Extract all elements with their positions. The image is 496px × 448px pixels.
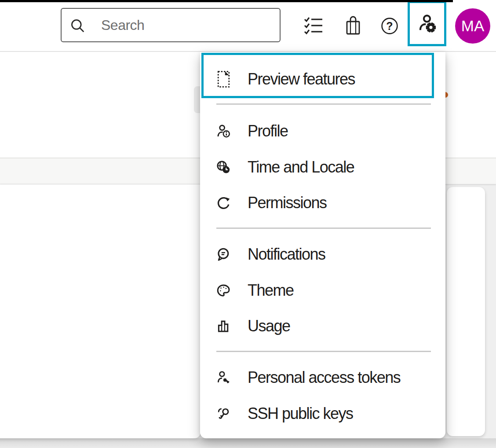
content-card-left	[0, 184, 201, 438]
avatar[interactable]: MA	[455, 8, 490, 44]
menu-item-permissions[interactable]: Permissions	[200, 192, 445, 213]
task-list-icon[interactable]	[303, 16, 324, 35]
refresh-arrow-icon	[215, 193, 231, 213]
content-card-right	[447, 187, 485, 436]
double-key-icon	[215, 404, 231, 423]
top-header: ? MA	[0, 0, 496, 52]
menu-item-label: Usage	[248, 317, 290, 335]
menu-item-label: Personal access tokens	[248, 368, 400, 387]
bar-chart-icon	[215, 316, 231, 336]
menu-item-label: Profile	[248, 122, 288, 140]
profile-person-info-icon	[215, 121, 231, 141]
menu-item-usage[interactable]: Usage	[200, 316, 445, 337]
page: ? MA	[0, 0, 496, 448]
menu-item-label: Notifications	[248, 245, 325, 264]
menu-item-notifications[interactable]: Notifications	[200, 244, 445, 265]
menu-divider	[216, 228, 431, 229]
menu-item-theme[interactable]: Theme	[200, 280, 445, 301]
menu-item-time-and-locale[interactable]: Time and Locale	[200, 157, 445, 178]
user-settings-menu: Preview features Profile	[200, 52, 445, 438]
page-bottom-strip	[0, 438, 496, 448]
menu-item-label: Permissions	[248, 194, 327, 212]
menu-item-profile[interactable]: Profile	[200, 121, 445, 142]
menu-item-label: Theme	[248, 281, 294, 300]
menu-item-ssh-public-keys[interactable]: SSH public keys	[200, 403, 445, 424]
palette-icon	[215, 281, 231, 300]
hidden-button-peek	[194, 86, 201, 113]
help-question-glyph: ?	[381, 17, 398, 35]
marketplace-bag-icon[interactable]	[346, 15, 361, 36]
menu-item-preview-features[interactable]: Preview features	[200, 69, 445, 90]
avatar-initials: MA	[461, 17, 485, 35]
search-input[interactable]	[62, 9, 280, 41]
menu-item-label: SSH public keys	[248, 404, 353, 423]
person-key-icon	[215, 368, 231, 387]
search-box[interactable]	[61, 8, 281, 42]
top-black-strip	[0, 0, 453, 2]
speech-bubble-icon	[215, 245, 231, 264]
user-settings-gear-icon	[416, 13, 438, 34]
help-icon[interactable]: ?	[381, 17, 398, 35]
globe-clock-icon	[215, 158, 231, 177]
orange-indicator-peek	[445, 92, 448, 98]
menu-item-personal-access-tokens[interactable]: Personal access tokens	[200, 367, 445, 388]
menu-item-label: Time and Locale	[248, 158, 354, 176]
user-settings-button[interactable]	[408, 1, 446, 46]
menu-item-label: Preview features	[248, 70, 355, 88]
preview-document-icon	[215, 70, 231, 89]
menu-divider	[216, 103, 431, 105]
menu-divider	[216, 351, 431, 352]
